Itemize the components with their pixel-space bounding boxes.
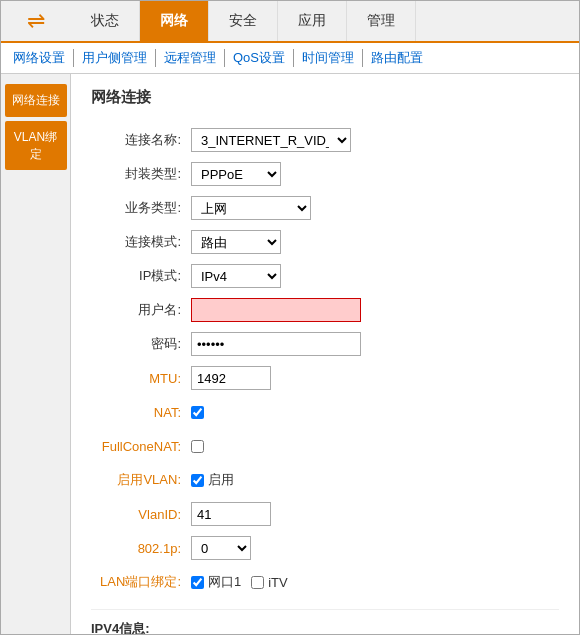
label-dot1p: 802.1p: — [91, 541, 191, 556]
ipv4-info-label: IPV4信息: — [91, 620, 559, 634]
select-mode[interactable]: 路由 — [191, 230, 281, 254]
nav-tab-app[interactable]: 应用 — [278, 1, 347, 41]
nav-tab-status[interactable]: 状态 — [71, 1, 140, 41]
main-window: ⇌ 状态 网络 安全 应用 管理 网络设置 用户侧管理 远程管理 QoS设置 时… — [0, 0, 580, 635]
nav-tab-admin[interactable]: 管理 — [347, 1, 416, 41]
row-vlanid: VlanID: — [91, 501, 559, 527]
label-nat: NAT: — [91, 405, 191, 420]
label-fullconat: FullConeNAT: — [91, 439, 191, 454]
subnav-item-4[interactable]: 时间管理 — [294, 49, 363, 67]
checkbox-lan-row: 网口1 iTV — [191, 573, 288, 591]
checkbox-fullconat[interactable] — [191, 440, 204, 453]
label-connection-name: 连接名称: — [91, 131, 191, 149]
label-lan-bind: LAN端口绑定: — [91, 573, 191, 591]
sidebar-item-vlan[interactable]: VLAN绑定 — [5, 121, 67, 171]
top-nav: ⇌ 状态 网络 安全 应用 管理 — [1, 1, 579, 43]
label-username: 用户名: — [91, 301, 191, 319]
input-username[interactable] — [191, 298, 361, 322]
subnav-item-0[interactable]: 网络设置 — [11, 49, 74, 67]
row-encap: 封装类型: PPPoE — [91, 161, 559, 187]
row-ip-mode: IP模式: IPv4 — [91, 263, 559, 289]
ipv4-section: IPV4信息: 地址获取方式: DHCP Static — [91, 609, 559, 634]
label-mtu: MTU: — [91, 371, 191, 386]
subnav-item-1[interactable]: 用户侧管理 — [74, 49, 156, 67]
row-nat: NAT: — [91, 399, 559, 425]
row-connection-name: 连接名称: 3_INTERNET_R_VID_41 — [91, 127, 559, 153]
row-mode: 连接模式: 路由 — [91, 229, 559, 255]
logo-icon: ⇌ — [27, 8, 45, 34]
subnav-item-3[interactable]: QoS设置 — [225, 49, 294, 67]
checkbox-itv[interactable] — [251, 576, 264, 589]
checkbox-fullconat-row — [191, 440, 204, 453]
label-vlanid: VlanID: — [91, 507, 191, 522]
row-mtu: MTU: — [91, 365, 559, 391]
select-service[interactable]: 上网 — [191, 196, 311, 220]
sub-nav: 网络设置 用户侧管理 远程管理 QoS设置 时间管理 路由配置 — [1, 43, 579, 74]
sidebar: 网络连接 VLAN绑定 — [1, 74, 71, 634]
checkbox-port1[interactable] — [191, 576, 204, 589]
input-password[interactable] — [191, 332, 361, 356]
row-vlan: 启用VLAN: 启用 — [91, 467, 559, 493]
select-dot1p[interactable]: 0 1 2 3 4 5 6 7 — [191, 536, 251, 560]
row-dot1p: 802.1p: 0 1 2 3 4 5 6 7 — [91, 535, 559, 561]
itv-label: iTV — [268, 575, 288, 590]
checkbox-vlan[interactable] — [191, 474, 204, 487]
row-username: 用户名: — [91, 297, 559, 323]
input-mtu[interactable] — [191, 366, 271, 390]
label-mode: 连接模式: — [91, 233, 191, 251]
subnav-item-5[interactable]: 路由配置 — [363, 49, 431, 67]
nav-tab-network[interactable]: 网络 — [140, 1, 209, 41]
label-service: 业务类型: — [91, 199, 191, 217]
nav-tabs: 状态 网络 安全 应用 管理 — [71, 1, 579, 41]
label-password: 密码: — [91, 335, 191, 353]
checkbox-nat[interactable] — [191, 406, 204, 419]
checkbox-nat-row — [191, 406, 204, 419]
logo-area: ⇌ — [1, 1, 71, 41]
label-encap: 封装类型: — [91, 165, 191, 183]
row-service: 业务类型: 上网 — [91, 195, 559, 221]
content-area: 网络连接 连接名称: 3_INTERNET_R_VID_41 封装类型: PPP… — [71, 74, 579, 634]
row-fullconat: FullConeNAT: — [91, 433, 559, 459]
nav-tab-security[interactable]: 安全 — [209, 1, 278, 41]
checkbox-vlan-row: 启用 — [191, 471, 234, 489]
row-lan-bind: LAN端口绑定: 网口1 iTV — [91, 569, 559, 595]
select-ip-mode[interactable]: IPv4 — [191, 264, 281, 288]
port1-label: 网口1 — [208, 573, 241, 591]
main-area: 网络连接 VLAN绑定 网络连接 连接名称: 3_INTERNET_R_VID_… — [1, 74, 579, 634]
row-password: 密码: — [91, 331, 559, 357]
vlan-check-label: 启用 — [208, 471, 234, 489]
subnav-item-2[interactable]: 远程管理 — [156, 49, 225, 67]
sidebar-item-network[interactable]: 网络连接 — [5, 84, 67, 117]
label-vlan: 启用VLAN: — [91, 471, 191, 489]
select-encap[interactable]: PPPoE — [191, 162, 281, 186]
select-connection-name[interactable]: 3_INTERNET_R_VID_41 — [191, 128, 351, 152]
label-ip-mode: IP模式: — [91, 267, 191, 285]
input-vlanid[interactable] — [191, 502, 271, 526]
section-title: 网络连接 — [91, 88, 559, 113]
